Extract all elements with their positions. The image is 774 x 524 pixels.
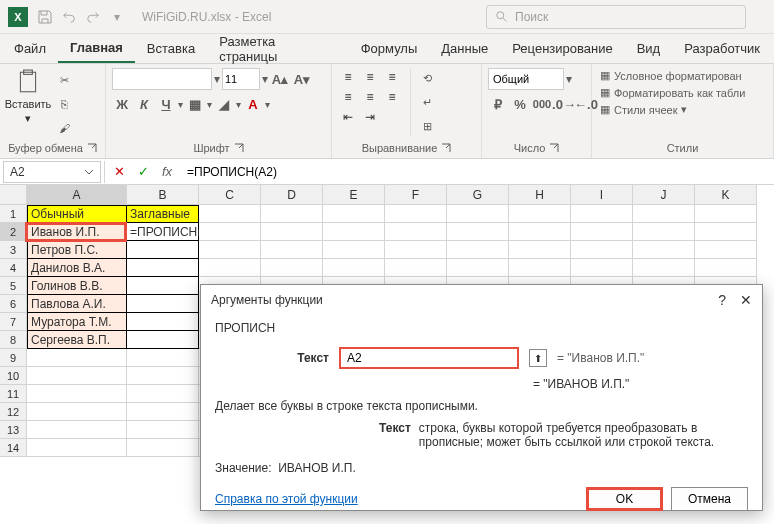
currency-button[interactable]: ₽ (488, 94, 508, 114)
row-header[interactable]: 13 (0, 421, 27, 439)
cell[interactable] (127, 277, 199, 295)
cell[interactable]: Данилов В.А. (27, 259, 127, 277)
cell[interactable] (27, 439, 127, 457)
close-button[interactable]: ✕ (740, 292, 752, 308)
cell[interactable]: Павлова А.И. (27, 295, 127, 313)
enter-formula-button[interactable]: ✓ (135, 164, 151, 180)
dialog-launcher-icon[interactable] (549, 143, 559, 153)
col-header-c[interactable]: C (199, 185, 261, 205)
tab-insert[interactable]: Вставка (135, 35, 207, 62)
col-header-k[interactable]: K (695, 185, 757, 205)
col-header-g[interactable]: G (447, 185, 509, 205)
cell[interactable] (695, 223, 757, 241)
cell[interactable] (127, 385, 199, 403)
tab-home[interactable]: Главная (58, 34, 135, 63)
row-header[interactable]: 9 (0, 349, 27, 367)
cell[interactable] (447, 223, 509, 241)
cell[interactable] (633, 205, 695, 223)
cell[interactable] (27, 367, 127, 385)
merge-icon[interactable]: ⊞ (417, 116, 437, 136)
cell[interactable] (27, 349, 127, 367)
align-center-icon[interactable]: ≡ (360, 88, 380, 106)
chevron-down-icon[interactable]: ▾ (566, 72, 572, 86)
cell[interactable]: Голинов В.В. (27, 277, 127, 295)
cell[interactable] (633, 259, 695, 277)
cell[interactable] (571, 223, 633, 241)
cell[interactable] (571, 259, 633, 277)
cell[interactable]: Сергеева В.П. (27, 331, 127, 349)
cell[interactable] (385, 205, 447, 223)
italic-button[interactable]: К (134, 94, 154, 114)
cell[interactable] (261, 259, 323, 277)
font-color-button[interactable]: А (243, 94, 263, 114)
row-header[interactable]: 4 (0, 259, 27, 277)
orientation-icon[interactable]: ⟲ (417, 68, 437, 88)
row-header[interactable]: 12 (0, 403, 27, 421)
chevron-down-icon[interactable]: ▾ (265, 99, 270, 110)
col-header-f[interactable]: F (385, 185, 447, 205)
underline-button[interactable]: Ч (156, 94, 176, 114)
cell[interactable] (127, 295, 199, 313)
cell[interactable] (695, 205, 757, 223)
cell[interactable] (447, 241, 509, 259)
row-header[interactable]: 3 (0, 241, 27, 259)
cell[interactable]: Обычный (27, 205, 127, 223)
cell[interactable] (27, 385, 127, 403)
cell[interactable] (199, 241, 261, 259)
cell[interactable] (261, 205, 323, 223)
align-right-icon[interactable]: ≡ (382, 88, 402, 106)
redo-icon[interactable] (82, 6, 104, 28)
row-header[interactable]: 7 (0, 313, 27, 331)
cell[interactable] (127, 367, 199, 385)
row-header[interactable]: 6 (0, 295, 27, 313)
cell[interactable] (695, 259, 757, 277)
cell[interactable] (385, 223, 447, 241)
conditional-formatting-button[interactable]: ▦Условное форматирован (598, 68, 747, 83)
undo-icon[interactable] (58, 6, 80, 28)
cell[interactable] (199, 223, 261, 241)
cell[interactable] (127, 403, 199, 421)
col-header-e[interactable]: E (323, 185, 385, 205)
dialog-titlebar[interactable]: Аргументы функции ? ✕ (201, 285, 762, 315)
fill-color-button[interactable]: ◢ (214, 94, 234, 114)
cell-styles-button[interactable]: ▦Стили ячеек▾ (598, 102, 747, 117)
cancel-button[interactable]: Отмена (671, 487, 748, 511)
cell[interactable] (127, 349, 199, 367)
cell[interactable] (385, 259, 447, 277)
col-header-i[interactable]: I (571, 185, 633, 205)
format-as-table-button[interactable]: ▦Форматировать как табли (598, 85, 747, 100)
cell[interactable] (27, 421, 127, 439)
argument-input[interactable] (339, 347, 519, 369)
cell[interactable] (509, 223, 571, 241)
tab-view[interactable]: Вид (625, 35, 673, 62)
comma-button[interactable]: 000 (532, 94, 552, 114)
cell[interactable] (323, 241, 385, 259)
increase-indent-icon[interactable]: ⇥ (360, 108, 380, 126)
cell[interactable] (199, 205, 261, 223)
chevron-down-icon[interactable]: ▾ (214, 72, 220, 86)
tab-developer[interactable]: Разработчик (672, 35, 772, 62)
qat-dropdown-icon[interactable]: ▾ (106, 6, 128, 28)
chevron-down-icon[interactable]: ▾ (178, 99, 183, 110)
cell[interactable] (447, 259, 509, 277)
tab-formulas[interactable]: Формулы (349, 35, 430, 62)
align-middle-icon[interactable]: ≡ (360, 68, 380, 86)
cell[interactable] (323, 223, 385, 241)
cell[interactable] (27, 403, 127, 421)
tab-review[interactable]: Рецензирование (500, 35, 624, 62)
row-header[interactable]: 8 (0, 331, 27, 349)
cell[interactable]: =ПРОПИСН(A2) (127, 223, 199, 241)
help-button[interactable]: ? (718, 292, 726, 308)
dialog-launcher-icon[interactable] (87, 143, 97, 153)
dialog-launcher-icon[interactable] (234, 143, 244, 153)
cell[interactable]: Иванов И.П. (27, 223, 127, 241)
increase-font-icon[interactable]: A▴ (270, 69, 290, 89)
cell[interactable] (127, 313, 199, 331)
increase-decimal-icon[interactable]: .0→ (554, 94, 574, 114)
font-name-select[interactable] (112, 68, 212, 90)
formula-input[interactable] (181, 161, 774, 183)
percent-button[interactable]: % (510, 94, 530, 114)
ok-button[interactable]: OK (586, 487, 663, 511)
col-header-h[interactable]: H (509, 185, 571, 205)
cell[interactable] (385, 241, 447, 259)
